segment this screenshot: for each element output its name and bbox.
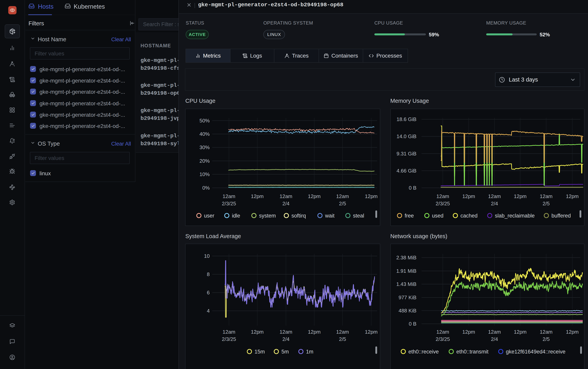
svg-text:12am: 12am: [222, 193, 235, 199]
svg-text:12am: 12am: [279, 193, 292, 199]
svg-text:12pm: 12pm: [462, 193, 475, 199]
svg-text:12am: 12am: [436, 193, 449, 199]
svg-text:2/5: 2/5: [339, 201, 346, 206]
svg-text:0%: 0%: [202, 185, 210, 191]
svg-text:1m: 1m: [306, 349, 313, 355]
svg-text:12am: 12am: [488, 193, 501, 199]
svg-text:10%: 10%: [199, 171, 210, 177]
svg-text:6: 6: [207, 290, 210, 296]
svg-text:12am: 12am: [336, 193, 349, 199]
svg-text:used: used: [432, 213, 444, 219]
svg-text:12am: 12am: [279, 329, 292, 335]
svg-text:12pm: 12pm: [308, 193, 320, 199]
svg-text:2/4: 2/4: [491, 201, 498, 206]
svg-text:488 KiB: 488 KiB: [399, 308, 416, 314]
svg-text:free: free: [405, 213, 414, 219]
svg-text:buffered: buffered: [551, 213, 571, 219]
svg-text:12pm: 12pm: [566, 193, 578, 199]
svg-text:steal: steal: [353, 213, 364, 219]
svg-text:2/4: 2/4: [282, 336, 289, 342]
svg-text:10: 10: [204, 253, 210, 259]
svg-text:12pm: 12pm: [365, 329, 378, 335]
svg-text:12am: 12am: [540, 329, 552, 335]
svg-text:softirq: softirq: [291, 213, 306, 219]
svg-text:12pm: 12pm: [251, 193, 264, 199]
svg-text:20%: 20%: [199, 158, 210, 164]
svg-text:12am: 12am: [336, 329, 349, 335]
svg-text:eth0::transmit: eth0::transmit: [456, 349, 489, 355]
svg-text:4.66 GiB: 4.66 GiB: [397, 168, 416, 174]
svg-text:2/3/25: 2/3/25: [222, 201, 236, 206]
svg-text:0 B: 0 B: [409, 321, 416, 327]
svg-text:2/4: 2/4: [491, 336, 498, 342]
svg-text:2/3/25: 2/3/25: [436, 336, 450, 342]
svg-text:40%: 40%: [199, 131, 210, 137]
svg-text:12pm: 12pm: [514, 193, 526, 199]
svg-text:cached: cached: [460, 213, 478, 219]
svg-text:idle: idle: [232, 213, 240, 219]
svg-text:12pm: 12pm: [308, 329, 320, 335]
svg-text:eth0::receive: eth0::receive: [408, 349, 439, 355]
svg-text:2/5: 2/5: [543, 336, 550, 342]
svg-text:8: 8: [207, 271, 210, 277]
svg-text:2/5: 2/5: [339, 336, 346, 342]
svg-text:14.0 GiB: 14.0 GiB: [397, 133, 416, 139]
svg-text:12pm: 12pm: [251, 329, 264, 335]
svg-text:12pm: 12pm: [462, 329, 475, 335]
svg-text:2/4: 2/4: [282, 201, 289, 206]
svg-text:slab_reclaimable: slab_reclaimable: [495, 213, 535, 219]
svg-text:system: system: [259, 213, 276, 219]
svg-text:9.31 GiB: 9.31 GiB: [397, 151, 416, 157]
svg-text:2.38 MiB: 2.38 MiB: [396, 255, 416, 261]
svg-text:gke12f61649ed4::receive: gke12f61649ed4::receive: [506, 349, 565, 355]
svg-text:12am: 12am: [222, 329, 235, 335]
svg-text:12am: 12am: [436, 329, 449, 335]
svg-text:5m: 5m: [281, 349, 289, 355]
svg-text:2/3/25: 2/3/25: [436, 201, 450, 206]
svg-text:4: 4: [207, 308, 210, 314]
svg-text:12am: 12am: [488, 329, 501, 335]
svg-text:18.6 GiB: 18.6 GiB: [397, 116, 416, 122]
svg-text:2/3/25: 2/3/25: [222, 336, 236, 342]
svg-text:2/5: 2/5: [543, 201, 550, 206]
svg-text:1.43 MiB: 1.43 MiB: [396, 281, 416, 287]
svg-text:977 KiB: 977 KiB: [399, 295, 416, 300]
svg-text:12pm: 12pm: [566, 329, 578, 335]
svg-text:30%: 30%: [199, 144, 210, 150]
svg-text:0 B: 0 B: [409, 185, 416, 191]
svg-text:wait: wait: [325, 213, 335, 219]
svg-text:12pm: 12pm: [365, 193, 378, 199]
svg-text:1.91 MiB: 1.91 MiB: [396, 268, 416, 274]
svg-text:12am: 12am: [540, 193, 552, 199]
svg-text:50%: 50%: [199, 118, 210, 123]
svg-text:15m: 15m: [255, 349, 265, 355]
svg-text:12pm: 12pm: [514, 329, 526, 335]
svg-text:user: user: [204, 213, 214, 219]
